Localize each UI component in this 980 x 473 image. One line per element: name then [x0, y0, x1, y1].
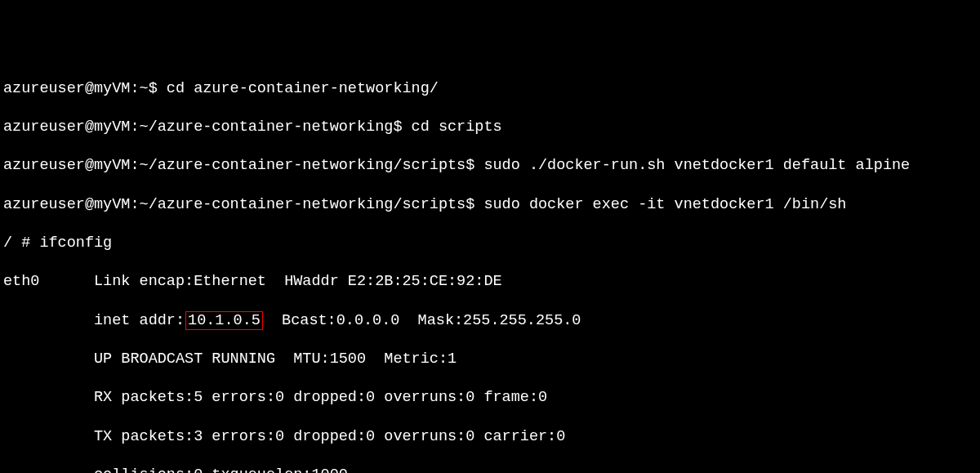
terminal-line-10: TX packets:3 errors:0 dropped:0 overruns…	[3, 427, 977, 447]
terminal-line-6: eth0 Link encap:Ethernet HWaddr E2:2B:25…	[3, 272, 977, 292]
terminal-line-8: UP BROADCAST RUNNING MTU:1500 Metric:1	[3, 350, 977, 369]
inet-addr-prefix: inet addr:	[3, 312, 185, 329]
terminal-line-2: azureuser@myVM:~/azure-container-network…	[3, 118, 977, 137]
terminal-line-5: / # ifconfig	[3, 234, 977, 253]
terminal-line-4: azureuser@myVM:~/azure-container-network…	[3, 195, 977, 215]
terminal-line-9: RX packets:5 errors:0 dropped:0 overruns…	[3, 388, 977, 408]
inet-addr-suffix: Bcast:0.0.0.0 Mask:255.255.255.0	[264, 312, 581, 329]
ip-address-highlight: 10.1.0.5	[185, 311, 263, 330]
terminal-line-1: azureuser@myVM:~$ cd azure-container-net…	[3, 79, 977, 99]
terminal-line-11: collisions:0 txqueuelen:1000	[3, 466, 977, 473]
terminal-line-7: inet addr:10.1.0.5 Bcast:0.0.0.0 Mask:25…	[3, 311, 977, 331]
terminal-line-3: azureuser@myVM:~/azure-container-network…	[3, 156, 977, 176]
